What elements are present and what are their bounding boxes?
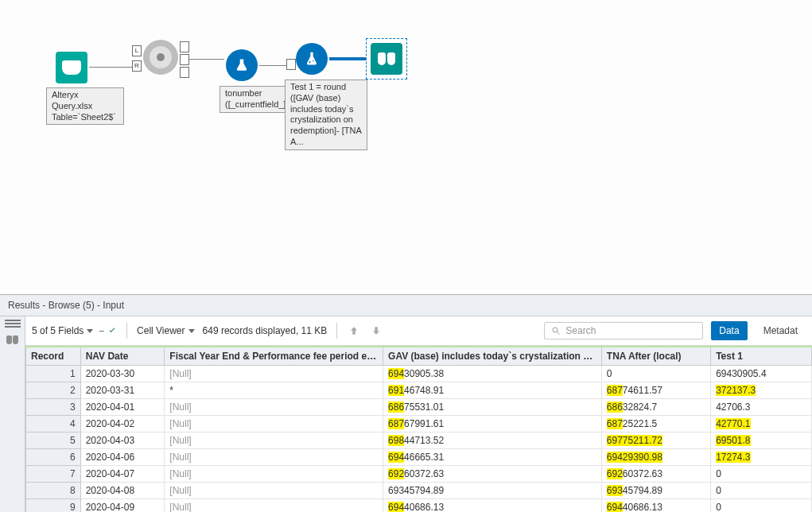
- table-row[interactable]: 32020-04-01[Null]68675531.0168632824.742…: [26, 399, 812, 416]
- cell-tna: 68725221.5: [601, 416, 710, 432]
- arrow-down-button[interactable]: [369, 324, 383, 338]
- caret-down-icon: [87, 329, 93, 333]
- cell-gav: 68675531.01: [383, 399, 602, 416]
- search-icon: [551, 326, 561, 336]
- input-book-icon: [56, 52, 87, 83]
- search-placeholder: Search: [565, 325, 596, 336]
- col-test1[interactable]: Test 1: [711, 347, 812, 366]
- cell-navdate: 2020-03-31: [80, 382, 165, 399]
- join-tool[interactable]: [143, 40, 178, 75]
- results-panel: Results - Browse (5) - Input 5 of 5 Fiel…: [0, 294, 812, 512]
- input-data-label: Alteryx Query.xlsx Table=`Sheet2$`: [46, 87, 124, 125]
- table-row[interactable]: 62020-04-06[Null]69446665.3169429390.981…: [26, 449, 812, 466]
- svg-point-0: [309, 61, 310, 63]
- cell-navdate: 2020-04-01: [80, 399, 165, 416]
- browse-tool[interactable]: [366, 38, 407, 80]
- cell-test1: 69430905.4: [711, 366, 812, 382]
- results-header: Results - Browse (5) - Input: [0, 295, 812, 316]
- join-anchor-left: L: [132, 45, 142, 56]
- cell-tna: 69260372.63: [601, 466, 710, 483]
- cell-test1: 17274.3: [711, 449, 812, 466]
- svg-point-1: [313, 60, 314, 62]
- table-row[interactable]: 52020-04-03[Null]69844713.5269775211.726…: [26, 432, 812, 449]
- cell-fy: [Null]: [165, 466, 383, 483]
- row-number: 7: [26, 466, 81, 483]
- cell-tna: 69345794.89: [601, 483, 710, 499]
- join-out-2: [180, 54, 189, 65]
- col-gav[interactable]: GAV (base) includes today`s crystalizati…: [383, 347, 602, 366]
- table-row[interactable]: 82020-04-08[Null]69345794.8969345794.890: [26, 483, 812, 499]
- svg-point-2: [553, 328, 558, 332]
- table-row[interactable]: 72020-04-07[Null]69260372.6369260372.630: [26, 466, 812, 483]
- col-tna[interactable]: TNA After (local): [601, 347, 710, 366]
- check-icon: [107, 326, 117, 336]
- cell-tna: 69775211.72: [601, 432, 710, 449]
- cell-tna: 68632824.7: [601, 399, 710, 416]
- cell-gav: 68767991.61: [383, 416, 602, 432]
- cell-test1: 42706.3: [711, 399, 812, 416]
- cell-navdate: 2020-04-07: [80, 466, 165, 483]
- cell-gav: 69260372.63: [383, 466, 602, 483]
- col-navdate[interactable]: NAV Date: [80, 347, 165, 366]
- cell-fy: *: [165, 382, 383, 399]
- cell-fy: [Null]: [165, 366, 383, 382]
- cell-fy: [Null]: [165, 449, 383, 466]
- col-record[interactable]: Record: [26, 347, 81, 366]
- browse-icon[interactable]: [6, 336, 18, 344]
- cell-fy: [Null]: [165, 399, 383, 416]
- cell-test1: 372137.3: [711, 382, 812, 399]
- cell-tna: 69440686.13: [601, 499, 710, 513]
- cell-fy: [Null]: [165, 499, 383, 513]
- table-row[interactable]: 12020-03-30[Null]69430905.38069430905.4: [26, 366, 812, 382]
- cell-tna: 68774611.57: [601, 382, 710, 399]
- arrow-up-button[interactable]: [347, 324, 361, 338]
- search-input[interactable]: Search: [544, 322, 703, 339]
- results-toolbar: 5 of 5 Fields – Cell Viewer 649 records …: [25, 316, 812, 346]
- cell-navdate: 2020-03-30: [80, 366, 165, 382]
- row-number: 2: [26, 382, 81, 399]
- row-number: 3: [26, 399, 81, 416]
- row-number: 5: [26, 432, 81, 449]
- row-number: 6: [26, 449, 81, 466]
- cell-fy: [Null]: [165, 483, 383, 499]
- svg-line-3: [558, 332, 560, 335]
- cell-test1: 0: [711, 499, 812, 513]
- input-data-tool[interactable]: [56, 52, 87, 83]
- multifield-label: tonumber ([_currentfield_]: [220, 86, 293, 113]
- cellviewer-dropdown[interactable]: Cell Viewer: [137, 325, 194, 336]
- cell-navdate: 2020-04-03: [80, 432, 165, 449]
- table-row[interactable]: 92020-04-09[Null]69440686.1369440686.130: [26, 499, 812, 513]
- fields-label: 5 of 5 Fields: [32, 325, 84, 336]
- cell-gav: 69345794.89: [383, 483, 602, 499]
- cell-test1: 42770.1: [711, 416, 812, 432]
- join-out-1: [180, 41, 189, 52]
- cell-fy: [Null]: [165, 432, 383, 449]
- cellviewer-label: Cell Viewer: [137, 325, 185, 336]
- join-anchor-right: R: [132, 60, 142, 72]
- flask-icon: [296, 43, 328, 75]
- rows-icon[interactable]: [5, 320, 21, 331]
- multifield-formula-tool[interactable]: [226, 49, 258, 81]
- results-side-gutter: [0, 316, 25, 512]
- cell-test1: 0: [711, 466, 812, 483]
- table-row[interactable]: 42020-04-02[Null]68767991.6168725221.542…: [26, 416, 812, 432]
- cell-tna: 69429390.98: [601, 449, 710, 466]
- connector-thick: [329, 57, 366, 60]
- saw-icon: [143, 40, 178, 75]
- table-header-row: Record NAV Date Fiscal Year End & Perfor…: [26, 347, 812, 366]
- beaker-icon: [226, 49, 258, 81]
- results-table: Record NAV Date Fiscal Year End & Perfor…: [25, 346, 812, 512]
- formula-label: Test 1 = round ([GAV (base) includes tod…: [285, 80, 367, 150]
- formula-tool[interactable]: [296, 43, 328, 75]
- cell-test1: 69501.8: [711, 432, 812, 449]
- row-number: 8: [26, 483, 81, 499]
- cell-fy: [Null]: [165, 416, 383, 432]
- cell-gav: 69430905.38: [383, 366, 602, 382]
- table-row[interactable]: 22020-03-31*69146748.9168774611.57372137…: [26, 382, 812, 399]
- fields-dropdown[interactable]: 5 of 5 Fields –: [32, 325, 117, 336]
- tab-data[interactable]: Data: [711, 321, 747, 340]
- formula-anchor: [286, 59, 296, 70]
- col-fy[interactable]: Fiscal Year End & Performance fee period…: [165, 347, 383, 366]
- workflow-canvas[interactable]: Alteryx Query.xlsx Table=`Sheet2$` L R t…: [0, 0, 812, 294]
- tab-metadata[interactable]: Metadat: [756, 321, 806, 340]
